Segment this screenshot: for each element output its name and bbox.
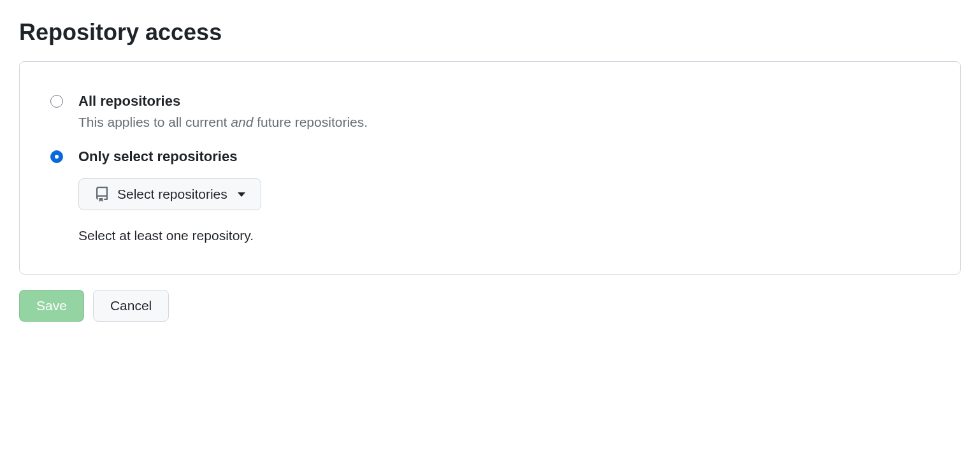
cancel-button[interactable]: Cancel bbox=[93, 290, 169, 322]
option-all-description: This applies to all current and future r… bbox=[78, 115, 930, 130]
option-only-select-repositories[interactable]: Only select repositories Select reposito… bbox=[50, 148, 930, 244]
save-button[interactable]: Save bbox=[19, 290, 84, 322]
option-all-repositories[interactable]: All repositories This applies to all cur… bbox=[50, 92, 930, 130]
repo-select-wrapper: Select repositories bbox=[78, 178, 930, 210]
option-all-body: All repositories This applies to all cur… bbox=[78, 92, 930, 130]
radio-only-select-repositories[interactable] bbox=[50, 150, 63, 163]
desc-suffix: future repositories. bbox=[253, 115, 368, 129]
repository-access-panel: All repositories This applies to all cur… bbox=[19, 61, 961, 275]
desc-em: and bbox=[231, 115, 253, 129]
select-repositories-label: Select repositories bbox=[117, 187, 227, 202]
option-select-label: Only select repositories bbox=[78, 148, 930, 166]
radio-all-repositories[interactable] bbox=[50, 95, 63, 108]
select-helper-text: Select at least one repository. bbox=[78, 228, 930, 243]
page-title: Repository access bbox=[19, 19, 961, 46]
caret-down-icon bbox=[238, 192, 245, 197]
option-select-body: Only select repositories Select reposito… bbox=[78, 148, 930, 244]
option-all-label: All repositories bbox=[78, 92, 930, 111]
select-repositories-button[interactable]: Select repositories bbox=[78, 178, 261, 210]
desc-prefix: This applies to all current bbox=[78, 115, 231, 129]
action-bar: Save Cancel bbox=[19, 290, 961, 322]
repo-icon bbox=[94, 187, 110, 202]
